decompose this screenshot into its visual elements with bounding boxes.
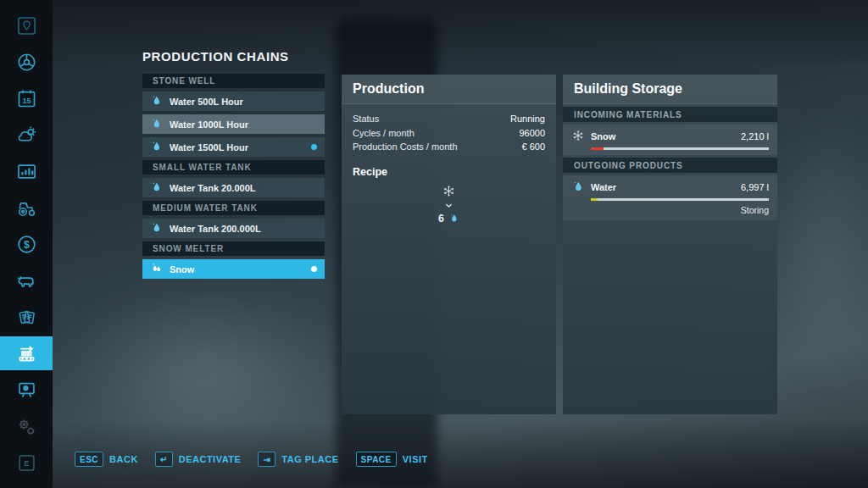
snowflake-icon bbox=[442, 184, 456, 198]
stat-label: Production Costs / month bbox=[353, 140, 458, 154]
building-storage-panel: Building Storage INCOMING MATERIALS Snow… bbox=[563, 75, 777, 414]
chain-item-label: Water 1500L Hour bbox=[170, 142, 248, 152]
production-stats: Status Running Cycles / month 96000 Prod… bbox=[342, 104, 556, 154]
sidebar-item-game-settings[interactable] bbox=[0, 409, 53, 443]
snowflake-icon bbox=[571, 129, 585, 144]
recipe-output: 6 bbox=[438, 213, 459, 225]
active-production-dot bbox=[311, 144, 317, 150]
building-storage-title: Building Storage bbox=[563, 75, 777, 104]
production-stat-row: Cycles / month 96000 bbox=[353, 126, 545, 141]
svg-text:15: 15 bbox=[22, 96, 31, 104]
fill-level-indicator bbox=[591, 198, 598, 201]
water-drop-icon bbox=[150, 221, 163, 236]
svg-text:E: E bbox=[24, 458, 29, 468]
stat-value: € 600 bbox=[521, 140, 545, 154]
chain-list-item[interactable]: Water Tank 200.000L bbox=[142, 219, 325, 238]
recipe-section: Recipe 6 bbox=[342, 154, 556, 225]
production-chain-list: STONE WELL Water 500L Hour Water 1000L H… bbox=[142, 74, 325, 279]
chain-list-item[interactable]: Water 500L Hour bbox=[142, 92, 325, 111]
chain-section-header: MEDIUM WATER TANK bbox=[142, 201, 325, 215]
chain-list-item[interactable]: Water 1500L Hour bbox=[142, 137, 325, 157]
stat-value: Running bbox=[510, 112, 545, 126]
weather-icon bbox=[15, 124, 38, 147]
sidebar-item-production-chains[interactable] bbox=[0, 336, 53, 370]
menu-sidebar: 15 $ E bbox=[0, 0, 53, 488]
action-tag-place[interactable]: ⇥ TAG PLACE bbox=[258, 452, 338, 467]
production-chains-screen: 15 $ E PRODUCTION CHAINS STONE WELL Wate… bbox=[0, 0, 868, 488]
action-back[interactable]: ESC BACK bbox=[75, 452, 138, 467]
map-pin-icon bbox=[15, 14, 38, 37]
active-production-dot bbox=[311, 266, 317, 272]
contracts-icon bbox=[15, 306, 38, 329]
action-visit[interactable]: SPACE VISIT bbox=[356, 452, 428, 467]
bottom-action-bar: ESC BACK ↵ DEACTIVATE ⇥ TAG PLACE SPACE … bbox=[75, 452, 428, 467]
sidebar-item-finances[interactable]: $ bbox=[0, 227, 53, 261]
chain-item-label: Water Tank 20.000L bbox=[170, 183, 256, 193]
background-snow-glow bbox=[59, 280, 348, 466]
tractor-icon bbox=[15, 197, 38, 219]
chain-item-label: Water Tank 200.000L bbox=[170, 224, 261, 234]
background-haze bbox=[767, 110, 868, 390]
storage-section-header: OUTGOING PRODUCTS bbox=[563, 158, 777, 173]
storage-status: Storing bbox=[571, 205, 769, 215]
fill-level-indicator bbox=[591, 147, 604, 150]
chain-list-item[interactable]: Water Tank 20.000L bbox=[142, 178, 325, 197]
chain-list-item[interactable]: Water 1000L Hour bbox=[142, 114, 325, 134]
sidebar-item-contracts[interactable] bbox=[0, 300, 53, 334]
action-label: BACK bbox=[109, 454, 138, 464]
water-drop-icon bbox=[448, 213, 459, 224]
sidebar-item-statistics[interactable] bbox=[0, 154, 53, 188]
recipe-output-quantity: 6 bbox=[438, 213, 444, 225]
production-stat-row: Status Running bbox=[353, 112, 545, 126]
storage-section-header: INCOMING MATERIALS bbox=[563, 107, 777, 122]
sidebar-item-map[interactable] bbox=[0, 8, 53, 42]
water-drop-icon bbox=[150, 140, 163, 154]
production-stat-row: Production Costs / month € 600 bbox=[353, 140, 545, 154]
material-amount: 2,210 l bbox=[741, 131, 769, 141]
gears-icon bbox=[15, 415, 38, 438]
cow-icon bbox=[15, 269, 38, 292]
storage-material-row: Water 6,997 l Storing bbox=[563, 175, 777, 220]
background-top-shade bbox=[0, 0, 868, 68]
production-chains-icon bbox=[15, 342, 38, 365]
sidebar-item-calendar[interactable]: 15 bbox=[0, 81, 53, 115]
production-panel-title: Production bbox=[342, 75, 556, 104]
stat-label: Cycles / month bbox=[353, 126, 415, 141]
recipe-title: Recipe bbox=[353, 166, 545, 178]
snow-drops-icon bbox=[150, 262, 163, 276]
page-title: PRODUCTION CHAINS bbox=[142, 49, 289, 64]
chain-section-header: SNOW MELTER bbox=[142, 241, 325, 256]
recipe-flow: 6 bbox=[353, 184, 545, 225]
water-drop-icon bbox=[150, 180, 163, 195]
key-hint-icon: ESC bbox=[75, 452, 103, 467]
building-storage-body: INCOMING MATERIALS Snow 2,210 l OUTGOING… bbox=[563, 107, 777, 220]
sidebar-item-animals[interactable] bbox=[0, 263, 53, 297]
svg-text:$: $ bbox=[24, 238, 30, 250]
key-hint-icon: SPACE bbox=[356, 452, 397, 467]
billboard-icon bbox=[15, 379, 38, 402]
water-drop-icon bbox=[571, 180, 585, 195]
statistics-icon bbox=[15, 160, 38, 183]
stat-value: 96000 bbox=[519, 126, 545, 141]
action-label: DEACTIVATE bbox=[179, 454, 242, 464]
steering-wheel-icon bbox=[15, 51, 38, 74]
chain-section-header: SMALL WATER TANK bbox=[142, 160, 325, 175]
sidebar-item-tractor[interactable] bbox=[0, 191, 53, 225]
chain-list-item[interactable]: Snow bbox=[142, 259, 325, 279]
action-label: TAG PLACE bbox=[281, 454, 338, 464]
action-deactivate[interactable]: ↵ DEACTIVATE bbox=[155, 452, 242, 467]
stat-label: Status bbox=[353, 112, 379, 126]
sidebar-item-steering-wheel[interactable] bbox=[0, 45, 53, 79]
chain-item-label: Water 500L Hour bbox=[170, 97, 243, 107]
sidebar-item-help-key[interactable]: E bbox=[0, 446, 53, 480]
chain-item-label: Water 1000L Hour bbox=[170, 119, 248, 130]
key-hint-icon: ⇥ bbox=[258, 452, 275, 467]
chevron-down-icon bbox=[442, 199, 455, 212]
material-label: Snow bbox=[591, 131, 615, 141]
sidebar-item-billboard[interactable] bbox=[0, 373, 53, 407]
production-panel: Production Status Running Cycles / month… bbox=[342, 75, 556, 414]
fill-level-bar bbox=[591, 147, 769, 150]
chain-section-header: STONE WELL bbox=[142, 74, 325, 88]
sidebar-item-weather[interactable] bbox=[0, 118, 53, 152]
storage-material-row: Snow 2,210 l bbox=[563, 125, 777, 155]
